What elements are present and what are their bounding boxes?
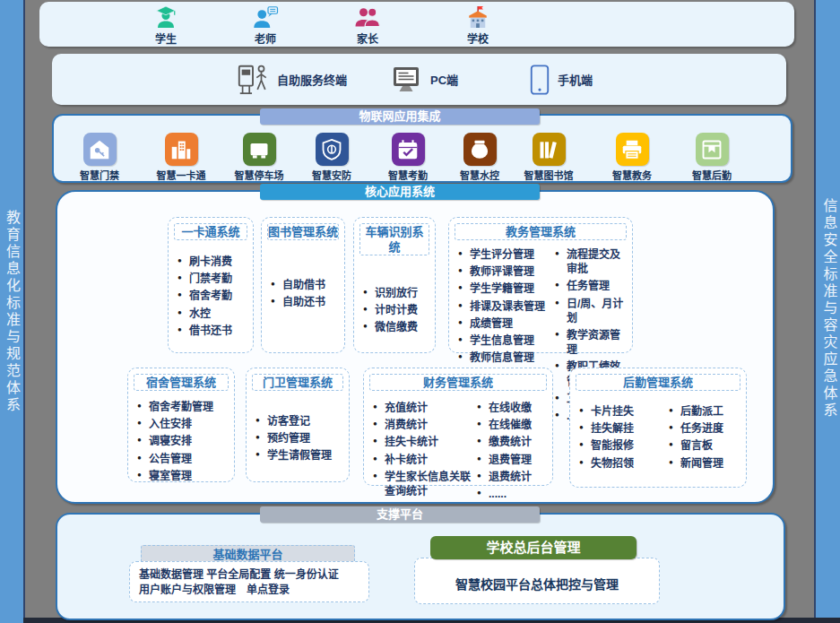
iot-attendance: 智慧考勤 (370, 133, 446, 182)
list-item: 宿舍考勤管理 (137, 400, 230, 414)
list-item: 流程提交及审批 (555, 247, 628, 276)
list-item: 留言板 (669, 438, 742, 453)
water-jar-icon (463, 133, 497, 166)
card-logistics-col1: 卡片挂失 挂失解挂 智能报修 失物招领 (570, 402, 669, 473)
iot-water-label: 智慧水控 (442, 168, 517, 182)
iot-academic: 智慧教务 (594, 133, 670, 182)
shield-icon (316, 133, 349, 166)
banner-icon (696, 133, 729, 166)
school-admin-button: 学校总后台管理 (430, 536, 636, 559)
iot-onecard: 智慧一卡通 (143, 133, 219, 182)
card-library-system: 图书管理系统 自助借书 自助还书 (261, 217, 345, 353)
iot-door-access-label: 智慧门禁 (62, 168, 137, 182)
iot-parking-label: 智慧停车场 (221, 168, 297, 182)
list-item: 借书还书 (178, 324, 249, 338)
card-onecard-system: 一卡通系统 刷卡消费 门禁考勤 宿舍考勤 水控 借书还书 (168, 217, 254, 353)
iot-library: 智慧图书馆 (511, 133, 586, 182)
card-dorm-title: 宿舍管理系统 (134, 374, 229, 391)
user-teacher: 老师 (228, 4, 303, 46)
list-item: 自助还书 (271, 295, 341, 309)
list-item: 在线催缴 (477, 418, 549, 432)
user-student: 学生 (128, 4, 204, 46)
card-library-title: 图书管理系统 (267, 223, 339, 240)
iot-logistics: 智慧后勤 (674, 133, 749, 182)
student-icon (128, 4, 204, 30)
card-logistics-system: 后勤管理系统 卡片挂失 挂失解挂 智能报修 失物招领 后勤派工 任务进度 留言板… (569, 368, 747, 488)
left-sidebar-label: 教育信息化标准与规范体系 (1, 210, 22, 414)
user-teacher-label: 老师 (228, 30, 303, 46)
terminal-phone-label: 手机端 (558, 71, 593, 88)
list-item: 学生评分管理 (458, 247, 551, 262)
kiosk-icon (236, 62, 270, 98)
list-item: 智能报修 (579, 438, 665, 453)
parking-card-icon (243, 133, 276, 166)
list-item: 门禁考勤 (178, 272, 249, 286)
school-icon (440, 4, 515, 30)
base-platform-line1: 基础数据管理 平台全局配置 统一身份认证 (139, 567, 359, 583)
iot-onecard-label: 智慧一卡通 (143, 168, 219, 182)
support-band-title: 支撑平台 (260, 506, 540, 523)
core-band-title: 核心应用系统 (260, 184, 540, 200)
user-school-label: 学校 (440, 30, 515, 46)
list-item: 退费管理 (477, 453, 549, 467)
card-library-items: 自助借书 自助还书 (262, 278, 344, 309)
list-item: 访客登记 (255, 414, 345, 428)
user-parents-label: 家长 (330, 30, 405, 46)
phone-icon (529, 64, 550, 96)
terminal-phone: 手机端 (529, 54, 593, 105)
list-item: 微信缴费 (363, 320, 431, 334)
list-item: 寝室管理 (137, 469, 230, 483)
card-dorm-items: 宿舍考勤管理 入住安排 调寝安排 公告管理 寝室管理 (128, 400, 234, 483)
iot-band: 物联网应用集成 智慧门禁 (52, 114, 792, 183)
list-item: 学生学籍管理 (458, 281, 551, 296)
list-item: 任务进度 (669, 421, 742, 436)
list-item: 消费统计 (373, 418, 473, 432)
list-item: 调寝安排 (137, 434, 230, 448)
list-item: 公告管理 (137, 452, 230, 466)
iot-water: 智慧水控 (442, 133, 517, 182)
user-parents: 家长 (330, 4, 405, 46)
card-onecard-items: 刷卡消费 门禁考勤 宿舍考勤 水控 借书还书 (169, 255, 253, 338)
card-finance-system: 财务管理系统 充值统计 消费统计 挂失卡统计 补卡统计 学生家长信息关联查询统计… (363, 368, 553, 486)
list-item: 在线收缴 (477, 401, 549, 415)
list-item: 新闻管理 (669, 456, 742, 471)
list-item: 挂失解挂 (579, 421, 665, 436)
list-item: 后勤派工 (669, 404, 742, 419)
iot-logistics-label: 智慧后勤 (674, 168, 749, 182)
list-item: 任务管理 (555, 279, 628, 293)
list-item: 学生请假管理 (255, 448, 345, 463)
list-item: 入住安排 (137, 417, 230, 431)
list-item: ...... (477, 487, 549, 501)
card-academic-title: 教务管理系统 (455, 223, 627, 240)
iot-security: 智慧安防 (294, 133, 369, 182)
card-dorm-system: 宿舍管理系统 宿舍考勤管理 入住安排 调寝安排 公告管理 寝室管理 (127, 368, 235, 482)
desktop-icon (391, 65, 423, 94)
door-access-icon (83, 133, 117, 166)
books-icon (533, 133, 566, 166)
card-vehicle-title: 车辆识别系统 (359, 223, 429, 255)
user-student-label: 学生 (128, 30, 204, 46)
card-academic-system: 教务管理系统 学生评分管理 教师评课管理 学生学籍管理 排课及课表管理 成绩管理… (448, 217, 633, 353)
left-standards-sidebar: 教育信息化标准与规范体系 (0, 0, 25, 623)
printer-icon (616, 133, 649, 166)
core-systems-band: 核心应用系统 一卡通系统 刷卡消费 门禁考勤 宿舍考勤 水控 借书还书 图书管理… (56, 190, 775, 504)
card-logistics-title: 后勤管理系统 (576, 374, 740, 391)
iot-door-access: 智慧门禁 (62, 133, 137, 182)
terminals-band: 自助服务终端 PC端 手机端 (52, 54, 786, 105)
list-item: 教学资源管理 (555, 328, 628, 357)
list-item: 学生信息管理 (458, 333, 551, 348)
list-item: 教师信息管理 (458, 350, 551, 365)
list-item: 补卡统计 (373, 453, 473, 467)
list-item: 退费统计 (477, 470, 549, 484)
calendar-icon (392, 133, 425, 166)
card-vehicle-system: 车辆识别系统 识别放行 计时计费 微信缴费 (353, 217, 436, 353)
list-item: 日/周、月计划 (555, 297, 628, 325)
card-finance-col2: 在线收缴 在线催缴 缴费统计 退费管理 退费统计 ...... (477, 398, 552, 504)
list-item: 卡片挂失 (579, 404, 665, 419)
right-sidebar-label: 信息安全标准与容灾应急体系 (818, 198, 840, 420)
iot-band-title: 物联网应用集成 (260, 108, 540, 125)
iot-academic-label: 智慧教务 (594, 168, 670, 182)
user-school: 学校 (440, 4, 515, 46)
iot-security-label: 智慧安防 (294, 168, 369, 182)
school-admin-desc: 智慧校园平台总体把控与管理 (455, 575, 619, 593)
